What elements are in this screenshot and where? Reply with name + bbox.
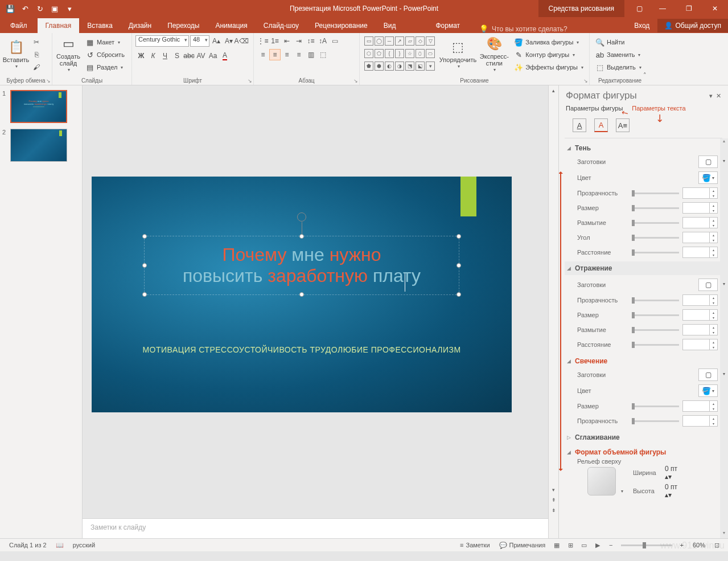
- tell-me-search[interactable]: 💡 Что вы хотите сделать?: [479, 24, 567, 33]
- tab-animations[interactable]: Анимация: [207, 18, 255, 33]
- shadow-distance-spin[interactable]: ▴▾: [682, 247, 718, 258]
- increase-font-icon[interactable]: A▴: [211, 35, 222, 47]
- slide-sorter-view-icon[interactable]: ⊞: [564, 540, 577, 550]
- cut-icon[interactable]: ✂: [31, 36, 42, 48]
- shape-effects-button[interactable]: ✨Эффекты фигуры▾: [512, 62, 586, 73]
- strikethrough-icon[interactable]: abc: [183, 50, 195, 62]
- tab-shape-options[interactable]: Параметры фигуры: [566, 105, 623, 112]
- selection-handle[interactable]: [299, 234, 304, 239]
- clipboard-launcher-icon[interactable]: ↘: [46, 78, 51, 84]
- section-glow-toggle[interactable]: ◢Свечение: [567, 355, 720, 367]
- justify-icon[interactable]: ≡: [293, 49, 305, 60]
- section-3d-toggle[interactable]: ◢Формат объемной фигуры: [567, 447, 720, 458]
- scroll-up-icon[interactable]: ▴: [549, 85, 558, 96]
- qat-customize-icon[interactable]: ▾: [63, 2, 76, 15]
- font-color-icon[interactable]: A: [219, 50, 231, 62]
- comments-toggle[interactable]: 💬Примечания: [495, 542, 550, 549]
- close-icon[interactable]: ✕: [702, 0, 728, 17]
- reflection-blur-spin[interactable]: ▴▾: [682, 324, 718, 335]
- ribbon-display-options-icon[interactable]: ▢: [629, 0, 649, 17]
- text-direction-icon[interactable]: ↕A: [317, 35, 328, 47]
- notes-toggle[interactable]: ≡Заметки: [455, 542, 495, 548]
- shadow-presets-combo[interactable]: ▢▾: [698, 155, 718, 168]
- reflection-blur-slider[interactable]: [632, 329, 679, 331]
- char-spacing-icon[interactable]: AV: [195, 50, 207, 62]
- shadow-transparency-slider[interactable]: [632, 193, 679, 194]
- undo-icon[interactable]: ↶: [18, 2, 32, 15]
- convert-smartart-icon[interactable]: ⬚: [317, 49, 328, 60]
- reading-view-icon[interactable]: ▭: [577, 540, 591, 550]
- selection-handle[interactable]: [456, 292, 461, 297]
- paragraph-launcher-icon[interactable]: ↘: [353, 78, 358, 84]
- zoom-slider[interactable]: [621, 544, 672, 546]
- pane-close-icon[interactable]: ✕: [716, 92, 721, 100]
- canvas-vertical-scrollbar[interactable]: ▴ ▾ ⇞ ⇟: [548, 85, 558, 538]
- title-text-box[interactable]: Почему мне нужно повысить заработную пла…: [144, 236, 459, 295]
- normal-view-icon[interactable]: ▦: [550, 540, 564, 550]
- zoom-level[interactable]: 60%: [688, 542, 710, 548]
- thumbnail-1[interactable]: 1 Почему мне нужноповысить заработную пл…: [2, 90, 80, 123]
- font-launcher-icon[interactable]: ↘: [248, 78, 252, 84]
- prev-slide-icon[interactable]: ⇞: [549, 495, 558, 505]
- text-fill-outline-icon[interactable]: A: [573, 118, 586, 132]
- shadow-blur-spin[interactable]: ▴▾: [682, 217, 718, 228]
- clear-formatting-icon[interactable]: A⌫: [236, 35, 247, 47]
- shadow-size-spin[interactable]: ▴▾: [682, 202, 718, 214]
- shadow-color-button[interactable]: 🪣▾: [698, 171, 718, 184]
- section-softedges-toggle[interactable]: ▷Сглаживание: [567, 432, 720, 443]
- drawing-launcher-icon[interactable]: ↘: [583, 78, 588, 84]
- shape-fill-button[interactable]: 🪣Заливка фигуры▾: [512, 36, 586, 48]
- bevel-height-spin[interactable]: 0 пт▴▾: [665, 483, 677, 499]
- shape-outline-button[interactable]: ✎Контур фигуры▾: [512, 49, 586, 60]
- arrange-button[interactable]: ⬚ Упорядочить▾: [439, 35, 477, 74]
- zoom-out-button[interactable]: −: [604, 542, 617, 548]
- line-spacing-icon[interactable]: ↕≡: [305, 35, 316, 47]
- glow-color-button[interactable]: 🪣▾: [698, 384, 718, 397]
- reflection-distance-slider[interactable]: [632, 344, 679, 346]
- decrease-font-icon[interactable]: A▾: [223, 35, 235, 47]
- thumbnail-2[interactable]: 2: [2, 129, 80, 162]
- change-case-icon[interactable]: Aa: [207, 50, 219, 62]
- reflection-transparency-spin[interactable]: ▴▾: [682, 294, 718, 306]
- tab-view[interactable]: Вид: [376, 18, 404, 33]
- font-name-select[interactable]: Century Gothic: [135, 35, 189, 47]
- increase-indent-icon[interactable]: ⇥: [293, 35, 305, 47]
- pane-options-icon[interactable]: ▾: [709, 92, 713, 100]
- tab-transitions[interactable]: Переходы: [159, 18, 207, 33]
- columns-icon[interactable]: ▥: [305, 49, 316, 60]
- selection-handle[interactable]: [142, 292, 147, 297]
- reflection-size-slider[interactable]: [632, 314, 679, 316]
- save-icon[interactable]: 💾: [3, 2, 17, 15]
- reflection-transparency-slider[interactable]: [632, 300, 679, 301]
- tab-review[interactable]: Рецензирование: [307, 18, 376, 33]
- sign-in-button[interactable]: Вход: [626, 18, 657, 33]
- glow-transparency-spin[interactable]: ▴▾: [682, 415, 718, 427]
- shadow-size-slider[interactable]: [632, 207, 679, 209]
- italic-icon[interactable]: К: [147, 50, 159, 62]
- fit-to-window-icon[interactable]: ⊡: [710, 540, 723, 550]
- replace-button[interactable]: abЗаменить▾: [593, 49, 644, 60]
- reflection-distance-spin[interactable]: ▴▾: [682, 339, 718, 350]
- shadow-angle-slider[interactable]: [632, 237, 679, 239]
- align-text-icon[interactable]: ▭: [329, 35, 340, 47]
- slide-counter[interactable]: Слайд 1 из 2: [5, 542, 51, 548]
- slideshow-view-icon[interactable]: ▶: [591, 540, 604, 550]
- maximize-icon[interactable]: ❐: [676, 0, 702, 17]
- section-reflection-toggle[interactable]: ◢Отражение: [567, 263, 718, 274]
- text-effects-icon[interactable]: A: [594, 118, 608, 132]
- align-right-icon[interactable]: ≡: [281, 49, 293, 60]
- minimize-icon[interactable]: —: [649, 0, 676, 17]
- collapse-ribbon-icon[interactable]: ˄: [643, 72, 647, 79]
- layout-button[interactable]: ▦Макет▾: [83, 36, 127, 48]
- shadow-transparency-spin[interactable]: ▴▾: [682, 187, 718, 199]
- bullets-icon[interactable]: ⋮≡: [257, 35, 269, 47]
- section-button[interactable]: ▤Раздел▾: [83, 62, 127, 73]
- shadow-text-icon[interactable]: S: [171, 50, 183, 62]
- tab-slideshow[interactable]: Слайд-шоу: [256, 18, 307, 33]
- next-slide-icon[interactable]: ⇟: [549, 505, 558, 515]
- spell-check-icon[interactable]: 📖: [51, 542, 68, 549]
- slide-preview[interactable]: Почему мне нужно повысить заработную пла…: [92, 177, 512, 412]
- select-button[interactable]: ⬚Выделить▾: [593, 62, 644, 73]
- shadow-distance-slider[interactable]: [632, 252, 679, 253]
- redo-icon[interactable]: ↻: [33, 2, 47, 15]
